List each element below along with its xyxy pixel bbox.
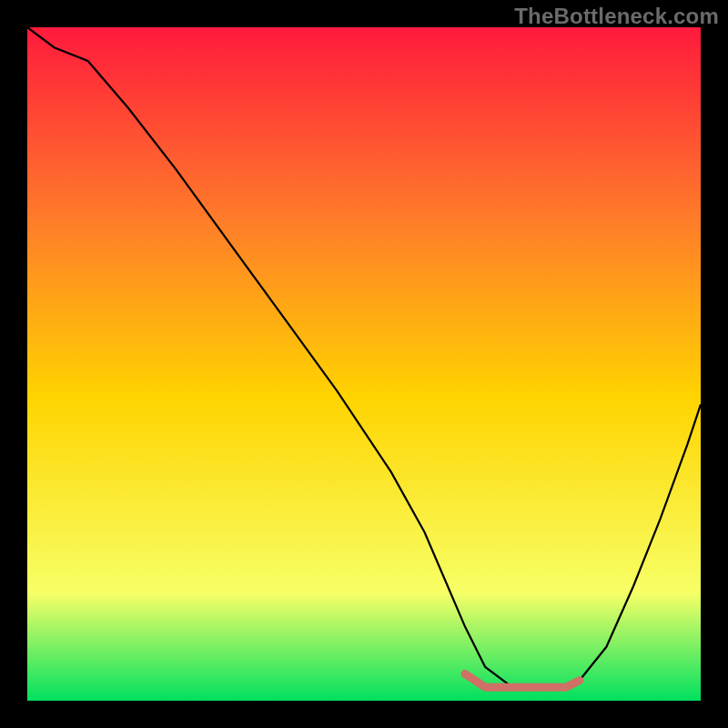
watermark-text: TheBottleneck.com [514,4,719,29]
bottleneck-chart: TheBottleneck.com [0,0,728,728]
chart-canvas [0,0,728,728]
plot-background [27,27,701,701]
